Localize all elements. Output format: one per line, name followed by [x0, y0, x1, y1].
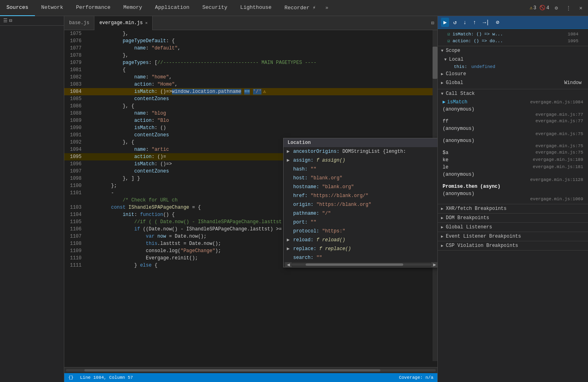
cs-item-sa[interactable]: $a evergage.min.js:75	[438, 149, 588, 156]
file-tab-basejs-label: base.js	[69, 20, 89, 26]
cursor-brace-icon: {}	[68, 375, 74, 380]
cs-fn-anon3: (anonymous)	[443, 138, 583, 144]
call-stack-header[interactable]: ▼ Call Stack	[438, 89, 588, 98]
file-tab-evergage-label: evergage.min.js	[99, 20, 143, 26]
cs-loc-anon3: evergage.min.js:75	[443, 144, 583, 148]
tab-application[interactable]: Application	[149, 0, 196, 16]
popup-item: ▶ ancestorOrigins: DOMStringList {length…	[284, 147, 437, 156]
cs-item-anon3[interactable]: (anonymous) evergage.min.js:75	[438, 137, 588, 149]
global-listeners-header[interactable]: ▶ Global Listeners	[438, 223, 588, 232]
status-bar: {} Line 1084, Column 57 Coverage: n/a	[64, 373, 437, 382]
popup-item: ▶ origin: "https://blank.org"	[284, 200, 437, 209]
call-stack-content: ▶ isMatch evergage.min.js:1084 (anonymou…	[438, 98, 588, 204]
global-title: Global	[446, 80, 463, 86]
warning-badge[interactable]: ⚠ 3	[530, 5, 536, 11]
scope-header[interactable]: ▼ Scope	[438, 46, 588, 55]
cs-loc-sa: evergage.min.js:75	[535, 150, 583, 156]
step-over-button[interactable]: ↺	[451, 18, 459, 27]
cs-item-anon4[interactable]: (anonymous) evergage.min.js:1128	[438, 171, 588, 183]
global-listeners-expand-icon: ▶	[441, 225, 443, 230]
sidebar-top: ☰ ⊟	[0, 16, 64, 26]
popup-hscroll-thumb[interactable]	[306, 263, 404, 266]
tab-spacer: ⊡	[431, 20, 437, 26]
csp-expand-icon: ▶	[441, 243, 443, 248]
code-hscrollbar[interactable]	[64, 367, 437, 373]
cs-item-anon1[interactable]: (anonymous) evergage.min.js:77	[438, 106, 588, 118]
popup-scroll-right[interactable]: ▶	[431, 262, 437, 267]
cs-fn-le: le	[443, 164, 448, 170]
more-options-button[interactable]: ⋮	[564, 3, 574, 13]
more-tabs-button[interactable]: »	[322, 5, 331, 11]
cs-item-promise: Promise.then (async)	[438, 183, 588, 190]
cs-fn-ff: ff	[443, 119, 448, 124]
local-title: Local	[449, 57, 463, 62]
warning-count: 3	[533, 5, 536, 11]
close-devtools-button[interactable]: ✕	[577, 3, 585, 13]
csp-breakpoints-header[interactable]: ▶ CSP Violation Breakpoints	[438, 241, 588, 250]
sidebar-menu-icon[interactable]: ☰	[3, 18, 8, 24]
code-line: 1089 action: "Blo	[64, 117, 437, 124]
event-listener-breakpoints-header[interactable]: ▶ Event Listener Breakpoints	[438, 232, 588, 241]
error-badge[interactable]: 🚫 4	[539, 5, 549, 11]
popup-item: ▶ pathname: "/"	[284, 209, 437, 218]
settings-button[interactable]: ⚙	[552, 3, 560, 13]
popup-header: Location	[284, 138, 437, 147]
nav-right-controls: ⚠ 3 🚫 4 ⚙ ⋮ ✕	[530, 3, 588, 13]
tab-memory[interactable]: Memory	[117, 0, 149, 16]
deactivate-breakpoints-button[interactable]: ⊘	[494, 18, 502, 27]
expand-icon[interactable]: ▶	[287, 157, 292, 164]
expand-icon[interactable]: ▶	[287, 236, 292, 244]
panel-split-icon[interactable]: ⊡	[431, 20, 434, 26]
tab-recorder[interactable]: Recorder ⚡	[278, 0, 322, 16]
popup-scroll-left[interactable]: ◀	[285, 262, 292, 267]
file-tab-evergage[interactable]: evergage.min.js ✕	[94, 16, 153, 30]
tab-security[interactable]: Security	[196, 0, 234, 16]
step-out-button[interactable]: ↑	[470, 18, 478, 27]
popup-body[interactable]: ▶ ancestorOrigins: DOMStringList {length…	[284, 147, 437, 262]
dom-breakpoints-header[interactable]: ▶ DOM Breakpoints	[438, 214, 588, 222]
popup-item: ▶ hash: ""	[284, 165, 437, 174]
code-editor[interactable]: 1075 }, 1076 pageTypeDefault: { 1077 nam…	[64, 30, 437, 367]
bp-checkbox-2[interactable]: ☑	[447, 38, 450, 43]
local-scope-header[interactable]: ▼ Local	[438, 55, 588, 64]
debug-toolbar: ▶ ↺ ↓ ↑ →| ⊘	[438, 16, 588, 29]
bp-checkbox-1[interactable]: ☑	[447, 31, 450, 37]
cs-item-ff[interactable]: ff evergage.min.js:77	[438, 118, 588, 125]
expand-icon[interactable]: ▶	[287, 245, 292, 253]
popup-item: ▶ search: ""	[284, 253, 437, 262]
cs-fn-promise: Promise.then (async)	[443, 184, 583, 189]
cs-item-anon5[interactable]: (anonymous) evergage.min.js:1069	[438, 190, 588, 202]
file-tab-basejs[interactable]: base.js	[64, 16, 94, 30]
popup-hscrollbar[interactable]: ◀ ▶	[284, 262, 437, 267]
expand-icon[interactable]: ▶	[287, 148, 292, 155]
code-panel: base.js evergage.min.js ✕ ⊡ 1075 }, 1076…	[64, 16, 437, 382]
close-tab-button[interactable]: ✕	[145, 21, 147, 25]
dom-breakpoints-section: ▶ DOM Breakpoints	[438, 214, 588, 223]
tab-lighthouse[interactable]: Lighthouse	[234, 0, 278, 16]
code-line: 1083 action: "Home",	[64, 81, 437, 88]
resume-button[interactable]: ▶	[441, 18, 449, 27]
cs-fn-ke: ke	[443, 157, 448, 163]
closure-scope-header[interactable]: ▶ Closure	[438, 70, 588, 78]
breakpoint-item: ☑ action: () => do... 1095	[443, 37, 583, 44]
tab-performance[interactable]: Performance	[69, 0, 117, 16]
code-vscroll-thumb[interactable]	[433, 47, 437, 79]
hscroll-thumb[interactable]	[84, 369, 380, 372]
cs-item-ke[interactable]: ke evergage.min.js:189	[438, 156, 588, 164]
step-into-button[interactable]: ↓	[461, 18, 469, 27]
code-line: 1082 name: "home",	[64, 74, 437, 81]
cs-item-le[interactable]: le evergage.min.js:181	[438, 164, 588, 171]
tab-sources[interactable]: Sources	[0, 0, 35, 16]
local-collapse-icon: ▼	[444, 58, 447, 62]
error-count: 4	[546, 5, 549, 11]
sidebar-collapse-icon[interactable]: ⊟	[9, 18, 12, 24]
step-button[interactable]: →|	[480, 18, 492, 27]
tab-network[interactable]: Network	[35, 0, 70, 16]
global-scope-header[interactable]: ▶ Global Window	[438, 78, 588, 87]
global-listeners-section: ▶ Global Listeners	[438, 223, 588, 232]
status-bar-right: Coverage: n/a	[399, 375, 433, 380]
breakpoints-section: ☑ isMatch: () => w... 1084 ☑ action: () …	[438, 29, 588, 46]
cs-item-anon2[interactable]: (anonymous) evergage.min.js:75	[438, 125, 588, 137]
cs-item-ismatch[interactable]: ▶ isMatch evergage.min.js:1084	[438, 98, 588, 106]
xhr-breakpoints-header[interactable]: ▶ XHR/fetch Breakpoints	[438, 204, 588, 213]
